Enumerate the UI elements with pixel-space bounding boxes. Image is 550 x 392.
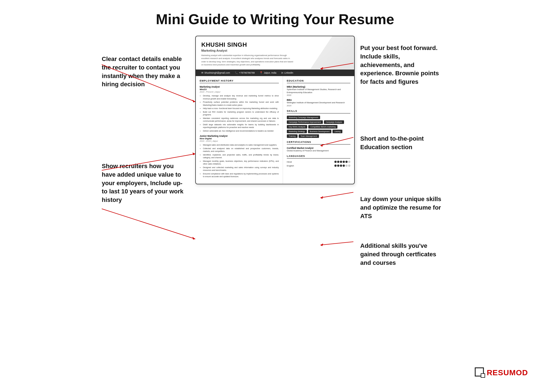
job-2: Junior Marketing Analyst Nine Digital 20… — [200, 135, 279, 178]
skill-tag: Training — [287, 134, 298, 138]
lang-1-name: Hindi — [287, 161, 292, 163]
right-column: EDUCATION MBA (Marketing) Sydenham Insti… — [283, 76, 354, 184]
dot-empty — [345, 165, 348, 167]
edu-2-school: Welingkar Institute of Management Develo… — [287, 101, 350, 104]
certifications-section: CERTIFICATIONS Certified Market Analyst … — [287, 141, 350, 152]
dot-filled — [340, 161, 342, 163]
annotation-contact: Clear contact details enable the recruit… — [102, 55, 184, 89]
lang-1-dots — [334, 161, 350, 163]
annotation-certs: Additional skills you've gained through … — [360, 242, 443, 267]
dot-filled — [340, 165, 342, 167]
annotation-education: Short and to-the-point Education section — [360, 135, 443, 152]
lang-2-dots — [334, 165, 350, 167]
list-item: Distill large datasets into actionable i… — [203, 123, 279, 129]
skill-tag: Campaign Performance Improvement — [287, 120, 323, 124]
list-item: Collected and analyzed data on establish… — [203, 147, 279, 153]
list-item: Identified, explained, and projected sal… — [203, 154, 279, 159]
list-item: Help lead a cross- functional team focus… — [203, 107, 279, 110]
list-item: Proactively surface potential problems w… — [203, 101, 279, 107]
contact-email: ✉ khushisingh@gmail.com — [201, 71, 230, 74]
phone-icon: 📞 — [235, 71, 238, 74]
contact-location: 📍 Jaipur, India — [260, 71, 276, 74]
skill-tag: Campaign Analysis — [324, 120, 344, 124]
annotation-ats: Lay down your unique skills and optimize… — [360, 195, 443, 220]
dot-filled — [337, 161, 339, 163]
job-1-title: Marketing Analyst — [200, 85, 279, 88]
edu-1-school: Sydenham Institute of Management Studies… — [287, 88, 350, 94]
employment-heading: EMPLOYMENT HISTORY — [200, 79, 279, 83]
list-item: Designed and collected marketing and sal… — [203, 166, 279, 172]
skill-tag: Marketing Campaign Management — [287, 116, 320, 119]
brand-logo: RESUMOD — [475, 367, 528, 378]
list-item: Ensured compliance with laws and regulat… — [203, 173, 279, 178]
dot-empty — [348, 165, 350, 167]
job-2-title: Junior Marketing Analyst — [200, 135, 279, 137]
dot-filled — [343, 165, 345, 167]
skill-tag: Liasing — [332, 130, 342, 133]
job-2-company: Nine Digital — [200, 137, 279, 140]
dot-filled — [345, 161, 348, 163]
dot-filled — [334, 165, 337, 167]
job-2-dates: 2016 - 2019 | Jaipur — [200, 140, 279, 142]
brand-text: RESUMOD — [487, 368, 528, 377]
cert-1-org: Global Academy of Finance and Management — [287, 149, 350, 152]
contact-phone: 📞 +78796786788 — [235, 71, 255, 74]
job-1-dates: 2019 - Present | Jaipur — [200, 91, 279, 93]
edu-1-year: 2022 — [287, 94, 350, 96]
languages-section: LANGUAGES Hindi English — [287, 155, 350, 167]
list-item: Build out ROI models for marketing progr… — [203, 111, 279, 116]
job-1-company: WinZO — [200, 88, 279, 91]
list-item: Develop, manage and analyze key revenue … — [203, 94, 279, 100]
job-2-bullets: Managed sales and distribution data and … — [200, 144, 279, 178]
skills-heading: SKILLS — [287, 110, 350, 113]
lang-2-name: English — [287, 165, 294, 167]
svg-rect-16 — [481, 374, 485, 377]
skill-tag: Competitive Bench-marketing — [308, 125, 337, 129]
skills-grid: Marketing Campaign Management Campaign P… — [287, 116, 350, 138]
email-icon: ✉ — [201, 71, 204, 74]
resume-body: EMPLOYMENT HISTORY Marketing Analyst Win… — [196, 76, 354, 184]
dot-empty — [348, 161, 350, 163]
dot-filled — [343, 161, 345, 163]
skills-section: SKILLS Marketing Campaign Management Cam… — [287, 110, 350, 138]
contact-bar: ✉ khushisingh@gmail.com 📞 +78796786788 📍… — [196, 69, 354, 76]
resume-header: KHUSHI SINGH Marketing Analyst Marketing… — [196, 36, 354, 69]
right-annotations: Put your best foot forward. Include skil… — [355, 36, 448, 288]
cert-1-name: Certified Market Analyst — [287, 147, 350, 149]
languages-heading: LANGUAGES — [287, 155, 350, 159]
dot-filled — [334, 161, 337, 163]
lang-1-row: Hindi — [287, 161, 350, 163]
dot-filled — [337, 165, 339, 167]
job-1-bullets: Develop, manage and analyze key revenue … — [200, 94, 279, 132]
edu-2-year: 2014 — [287, 104, 350, 107]
skill-tag: Marketing Strategy — [287, 130, 307, 133]
education-heading: EDUCATION — [287, 79, 350, 83]
skill-tag: Team Management — [299, 134, 319, 138]
lang-2-row: English — [287, 165, 350, 167]
edu-1-degree: MBA (Marketing) — [287, 85, 350, 88]
edu-2-degree: BBA — [287, 99, 350, 101]
skill-tag: Business Development — [308, 130, 332, 133]
annotation-skills-exp: Put your best foot forward. Include skil… — [360, 44, 443, 86]
resume-summary: Marketing analyst with substantial exper… — [201, 54, 295, 66]
contact-linkedin: in LinkedIn — [281, 71, 293, 74]
resume-document: KHUSHI SINGH Marketing Analyst Marketing… — [195, 36, 355, 184]
education-section: EDUCATION MBA (Marketing) Sydenham Insti… — [287, 79, 350, 107]
location-icon: 📍 — [260, 71, 263, 74]
list-item: Maintain consistent reporting cadences a… — [203, 117, 279, 123]
linkedin-icon: in — [281, 71, 283, 74]
job-1: Marketing Analyst WinZO 2019 - Present |… — [200, 85, 279, 132]
page-title: Mini Guide to Writing Your Resume — [0, 0, 550, 36]
employment-section: EMPLOYMENT HISTORY Marketing Analyst Win… — [196, 76, 283, 184]
skill-tag: Key Metric Analysis — [287, 125, 307, 129]
certs-heading: CERTIFICATIONS — [287, 141, 350, 144]
left-annotations: Clear contact details enable the recruit… — [102, 36, 195, 294]
annotation-employers: Show recruiters how you have added uniqu… — [102, 162, 184, 204]
list-item: Managed sales and distribution data and … — [203, 144, 279, 147]
list-item: Deliver actionable ad- hoc intelligence … — [203, 130, 279, 133]
list-item: Managed monthly goals, business objectiv… — [203, 160, 279, 166]
resumod-icon — [475, 367, 486, 378]
